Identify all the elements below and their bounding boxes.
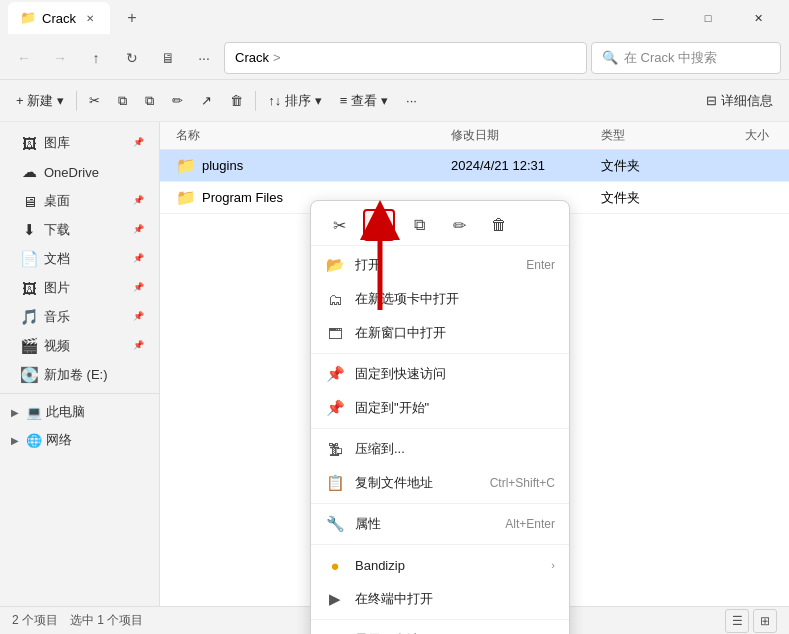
- newvol-icon: 💽: [20, 366, 38, 384]
- more-locations-button[interactable]: ···: [188, 42, 220, 74]
- thispc-icon: 💻: [26, 405, 42, 420]
- toolbar: + 新建 ▾ ✂ ⧉ ⧉ ✏ ↗ 🗑 ↑↓ 排序 ▾ ≡ 查看 ▾ ··· ⊟ …: [0, 80, 789, 122]
- pictures-icon: 🖼: [20, 279, 38, 297]
- ctx-item-copy-path[interactable]: 📋 复制文件地址 Ctrl+Shift+C: [311, 466, 569, 500]
- ctx-item-more-options[interactable]: ↗ 显示更多选项: [311, 623, 569, 634]
- status-selected: 选中 1 个项目: [70, 612, 143, 629]
- view-list-button[interactable]: ☰: [725, 609, 749, 633]
- toolbar-separator-1: [76, 91, 77, 111]
- ctx-newwin-label: 在新窗口中打开: [355, 324, 555, 342]
- ctx-item-pin-quick[interactable]: 📌 固定到快速访问: [311, 357, 569, 391]
- ctx-open-icon: 📂: [325, 255, 345, 275]
- music-icon: 🎵: [20, 308, 38, 326]
- sidebar-item-videos[interactable]: 🎬 视频 📌: [4, 332, 155, 360]
- ctx-item-open[interactable]: 📂 打开 Enter: [311, 248, 569, 282]
- view-dropdown-icon: ▾: [381, 93, 388, 108]
- ctx-compress-icon: 🗜: [325, 439, 345, 459]
- ctx-item-open-new-tab[interactable]: 🗂 在新选项卡中打开: [311, 282, 569, 316]
- sidebar-item-label: OneDrive: [44, 165, 99, 180]
- pin-icon: 📌: [133, 137, 145, 149]
- sidebar-item-documents[interactable]: 📄 文档 📌: [4, 245, 155, 273]
- desktop-icon: 🖥: [20, 192, 38, 210]
- ctx-cut-button[interactable]: ✂: [323, 209, 355, 241]
- more-button[interactable]: ···: [398, 85, 425, 117]
- folder-icon: 📁: [20, 10, 36, 26]
- col-date-header[interactable]: 修改日期: [451, 127, 601, 144]
- col-size-header[interactable]: 大小: [701, 127, 781, 144]
- breadcrumb[interactable]: Crack >: [224, 42, 587, 74]
- more-icon: ···: [406, 93, 417, 108]
- maximize-button[interactable]: □: [685, 2, 731, 34]
- tab-close-button[interactable]: ✕: [82, 10, 98, 26]
- ctx-paste-button[interactable]: ⧉: [403, 209, 435, 241]
- col-name-header[interactable]: 名称: [168, 127, 451, 144]
- search-box[interactable]: 🔍 在 Crack 中搜索: [591, 42, 781, 74]
- sort-label: ↑↓ 排序: [268, 92, 311, 110]
- delete-button[interactable]: 🗑: [222, 85, 251, 117]
- share-button[interactable]: ↗: [193, 85, 220, 117]
- sidebar-item-onedrive[interactable]: ☁ OneDrive: [4, 158, 155, 186]
- view-grid-button[interactable]: ⊞: [753, 609, 777, 633]
- refresh-button[interactable]: ↻: [116, 42, 148, 74]
- view-button[interactable]: ≡ 查看 ▾: [332, 85, 396, 117]
- downloads-icon: ⬇: [20, 221, 38, 239]
- ctx-copy-button[interactable]: ⧉: [363, 209, 395, 241]
- rename-button[interactable]: ✏: [164, 85, 191, 117]
- ctx-item-properties[interactable]: 🔧 属性 Alt+Enter: [311, 507, 569, 541]
- sidebar-item-downloads[interactable]: ⬇ 下载 📌: [4, 216, 155, 244]
- ctx-newtab-icon: 🗂: [325, 289, 345, 309]
- new-button[interactable]: + 新建 ▾: [8, 85, 72, 117]
- ctx-properties-shortcut: Alt+Enter: [505, 517, 555, 531]
- sidebar-group-thispc[interactable]: ▶ 💻 此电脑: [4, 398, 155, 426]
- sidebar-item-pictures[interactable]: 🖼 图片 📌: [4, 274, 155, 302]
- cut-button[interactable]: ✂: [81, 85, 108, 117]
- new-dropdown-icon: ▾: [57, 93, 64, 108]
- forward-button[interactable]: →: [44, 42, 76, 74]
- programfiles-name: Program Files: [202, 190, 283, 205]
- up-button[interactable]: ↑: [80, 42, 112, 74]
- col-type-header[interactable]: 类型: [601, 127, 701, 144]
- sidebar-item-label: 桌面: [44, 192, 70, 210]
- paste-button[interactable]: ⧉: [137, 85, 162, 117]
- ctx-item-open-new-win[interactable]: 🗔 在新窗口中打开: [311, 316, 569, 350]
- view-label: ≡ 查看: [340, 92, 377, 110]
- ctx-item-pin-start[interactable]: 📌 固定到"开始": [311, 391, 569, 425]
- ctx-delete-button[interactable]: 🗑: [483, 209, 515, 241]
- copy-button[interactable]: ⧉: [110, 85, 135, 117]
- gallery-icon: 🖼: [20, 134, 38, 152]
- sidebar-item-label: 音乐: [44, 308, 70, 326]
- ctx-item-compress[interactable]: 🗜 压缩到...: [311, 432, 569, 466]
- sidebar-item-desktop[interactable]: 🖥 桌面 📌: [4, 187, 155, 215]
- ctx-divider-2: [311, 428, 569, 429]
- sort-dropdown-icon: ▾: [315, 93, 322, 108]
- title-tab[interactable]: 📁 Crack ✕: [8, 2, 110, 34]
- sidebar-item-music[interactable]: 🎵 音乐 📌: [4, 303, 155, 331]
- pin-icon-4: 📌: [133, 253, 145, 265]
- ctx-open-label: 打开: [355, 256, 516, 274]
- back-button[interactable]: ←: [8, 42, 40, 74]
- details-label: 详细信息: [721, 92, 773, 110]
- ctx-rename-button[interactable]: ✏: [443, 209, 475, 241]
- minimize-button[interactable]: —: [635, 2, 681, 34]
- file-header: 名称 修改日期 类型 大小: [160, 122, 789, 150]
- ctx-pinstart-icon: 📌: [325, 398, 345, 418]
- details-button[interactable]: ⊟ 详细信息: [698, 85, 781, 117]
- close-button[interactable]: ✕: [735, 2, 781, 34]
- pin-icon-7: 📌: [133, 340, 145, 352]
- programfiles-folder-icon: 📁: [176, 188, 196, 208]
- sidebar-item-newvol[interactable]: 💽 新加卷 (E:): [4, 361, 155, 389]
- sidebar-item-gallery[interactable]: 🖼 图库 📌: [4, 129, 155, 157]
- breadcrumb-path: Crack: [235, 50, 269, 65]
- file-row-plugins[interactable]: 📁 plugins 2024/4/21 12:31 文件夹: [160, 150, 789, 182]
- pin-icon-6: 📌: [133, 311, 145, 323]
- new-label: + 新建: [16, 92, 53, 110]
- sidebar-group-network[interactable]: ▶ 🌐 网络: [4, 426, 155, 454]
- ctx-divider-5: [311, 619, 569, 620]
- sort-button[interactable]: ↑↓ 排序 ▾: [260, 85, 330, 117]
- ctx-divider-3: [311, 503, 569, 504]
- plugins-name: plugins: [202, 158, 243, 173]
- ctx-item-bandizip[interactable]: ● Bandizip ›: [311, 548, 569, 582]
- ctx-item-terminal[interactable]: ▶ 在终端中打开: [311, 582, 569, 616]
- new-tab-button[interactable]: +: [118, 4, 146, 32]
- delete-icon: 🗑: [230, 93, 243, 108]
